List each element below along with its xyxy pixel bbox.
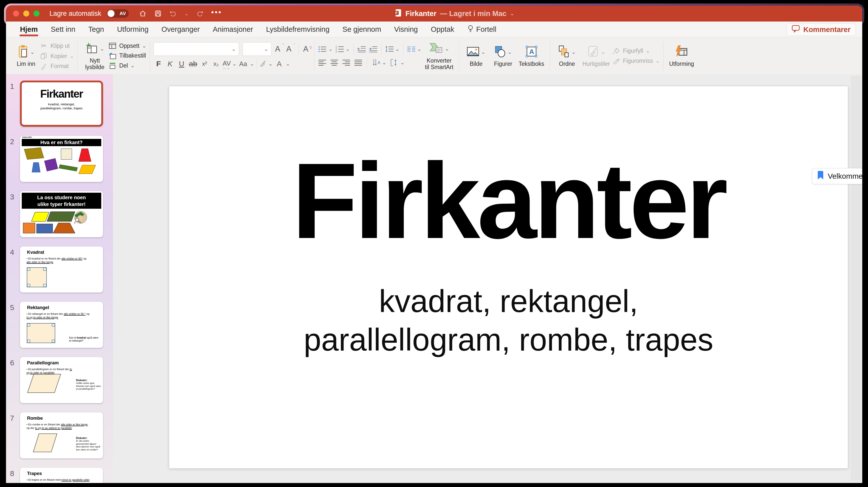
arrange-button[interactable]: ⌄ Ordne	[554, 44, 581, 68]
new-slide-chevron-icon[interactable]: ⌄	[100, 46, 104, 52]
align-right-button[interactable]	[342, 59, 350, 66]
autosave-toggle[interactable]: AV	[107, 9, 129, 18]
align-left-button[interactable]	[318, 59, 327, 66]
shapes-chevron-icon[interactable]: ⌄	[507, 50, 512, 55]
align-center-button[interactable]	[330, 59, 339, 66]
bullets-button[interactable]: ⌄	[318, 45, 333, 53]
undo-chevron-icon[interactable]: ⌄	[184, 11, 189, 16]
text-highlight-button[interactable]	[259, 60, 267, 68]
shape-outline-button[interactable]: Figuromriss ⌄	[612, 57, 660, 64]
slide-thumbnail-8[interactable]: Trapes• Et trapes er en firkant med mins…	[20, 468, 103, 483]
tab-se-gjennom[interactable]: Se gjennom	[336, 22, 388, 37]
welcome-bookmark-card[interactable]: Velkommen	[812, 168, 862, 184]
slide-thumbnail-4[interactable]: Kvadrat• Et kvadrat er en firkant der al…	[20, 247, 103, 292]
picture-chevron-icon[interactable]: ⌄	[481, 50, 486, 55]
columns-button[interactable]: ⌄	[407, 45, 422, 53]
save-icon[interactable]	[154, 10, 162, 17]
tab-sett-inn[interactable]: Sett inn	[44, 22, 82, 37]
reset-button[interactable]: Tilbakestill	[108, 52, 146, 59]
tab-animasjoner[interactable]: Animasjoner	[206, 22, 259, 37]
slide-thumbnail-2[interactable]: DISKUTER:Hva er en firkant?	[20, 136, 103, 182]
designer-button[interactable]: Utforming	[667, 44, 696, 68]
character-spacing-chevron-icon[interactable]: ⌄	[232, 61, 237, 66]
more-toolbar-commands-icon[interactable]: •••	[211, 8, 222, 19]
tab-overganger[interactable]: Overganger	[155, 22, 206, 37]
line-spacing-button[interactable]: ⌄	[385, 45, 400, 53]
clear-formatting-button[interactable]: A◊	[303, 45, 311, 54]
format-painter-button[interactable]: Format	[39, 63, 74, 70]
tab-hjem[interactable]: Hjem	[13, 22, 44, 37]
font-color-chevron-icon[interactable]: ⌄	[286, 61, 290, 66]
thumb-discuss-label: Diskuter:	[76, 379, 101, 382]
layout-button[interactable]: Oppsett ⌄	[108, 42, 146, 49]
fullscreen-window-button[interactable]	[33, 10, 39, 17]
new-slide-button[interactable]: ⌄ Nytt lysbilde	[81, 40, 108, 71]
current-slide[interactable]: Firkanter kvadrat, rektangel, parallello…	[169, 86, 848, 468]
font-color-button[interactable]: A	[274, 60, 284, 68]
slide-thumbnail-7[interactable]: Rombe• En rombe er en firkant der alle s…	[20, 412, 103, 458]
document-title[interactable]: P Firkanter — Lagret i min Mac ⌄	[394, 9, 515, 18]
font-name-select[interactable]: ⌄	[154, 42, 239, 56]
shape-fill-button[interactable]: Figurfyll ⌄	[612, 47, 660, 54]
copy-button[interactable]: Kopier ⌄	[39, 53, 74, 60]
tab-visning[interactable]: Visning	[388, 22, 425, 37]
close-window-button[interactable]	[13, 10, 19, 17]
text-highlight-chevron-icon[interactable]: ⌄	[268, 61, 273, 66]
vertical-scrollbar[interactable]	[851, 76, 861, 481]
tab-opptak[interactable]: Opptak	[424, 22, 461, 37]
comments-button[interactable]: Kommentarer	[786, 23, 856, 36]
italic-button[interactable]: K	[165, 60, 175, 68]
increase-font-size-button[interactable]: Aˆ	[275, 45, 283, 54]
numbering-button[interactable]: 123⌄	[335, 45, 350, 53]
convert-to-smartart-button[interactable]: ⌄ Konverter til SmartArt	[423, 40, 456, 71]
slide-subtitle-text[interactable]: kvadrat, rektangel, parallellogram, romb…	[169, 282, 848, 359]
copy-chevron-icon[interactable]: ⌄	[69, 54, 74, 59]
justify-button[interactable]	[354, 59, 363, 66]
underline-button[interactable]: U	[177, 60, 186, 68]
tab-fortell[interactable]: Fortell	[461, 22, 503, 37]
section-chevron-icon[interactable]: ⌄	[130, 63, 135, 68]
change-case-button[interactable]: Aa	[238, 60, 248, 68]
decrease-indent-button[interactable]	[357, 45, 366, 53]
title-chevron-icon[interactable]: ⌄	[510, 11, 515, 16]
paste-button[interactable]: ⌄ Lim inn	[12, 44, 39, 68]
strikethrough-button[interactable]: ab	[188, 60, 198, 68]
superscript-button[interactable]: x²	[199, 60, 210, 67]
tab-utforming[interactable]: Utforming	[111, 22, 155, 37]
undo-icon[interactable]	[169, 10, 177, 17]
shapes-button[interactable]: ⌄ Figurer	[490, 44, 517, 68]
shapes-label: Figurer	[494, 61, 512, 67]
decrease-font-size-button[interactable]: Aˇ	[286, 45, 294, 54]
tab-lysbildefremvisning[interactable]: Lysbildefremvisning	[259, 22, 336, 37]
minimize-window-button[interactable]	[23, 10, 29, 17]
character-spacing-button[interactable]: AV←→	[222, 60, 231, 68]
cut-button[interactable]: ✂ Klipp ut	[39, 42, 74, 50]
bold-button[interactable]: F	[154, 60, 163, 68]
textbox-button[interactable]: A Tekstboks	[517, 44, 546, 68]
shape-outline-chevron-icon[interactable]: ⌄	[655, 58, 660, 63]
text-segment: Kan et	[69, 336, 77, 339]
change-case-chevron-icon[interactable]: ⌄	[250, 61, 254, 66]
quick-styles-button[interactable]: ⌄ Hurtigstiler	[581, 44, 612, 68]
paste-chevron-icon[interactable]: ⌄	[30, 50, 35, 55]
section-button[interactable]: Del ⌄	[108, 62, 146, 69]
increase-indent-button[interactable]	[369, 45, 378, 53]
text-direction-button[interactable]: A⌄	[372, 59, 386, 66]
slide-title-text[interactable]: Firkanter	[169, 144, 848, 258]
picture-button[interactable]: ⌄ Bilde	[463, 44, 490, 68]
slide-thumbnail-5[interactable]: Rektangel• Et rektangel er en firkant de…	[20, 302, 103, 348]
layout-chevron-icon[interactable]: ⌄	[142, 43, 147, 49]
slide-thumbnail-3[interactable]: ?La oss studere noenulike typer firkante…	[20, 191, 103, 237]
arrange-chevron-icon[interactable]: ⌄	[571, 50, 576, 55]
quick-styles-chevron-icon[interactable]: ⌄	[601, 50, 605, 55]
subscript-button[interactable]: x₂	[211, 60, 221, 67]
home-icon[interactable]	[139, 9, 147, 18]
redo-icon[interactable]	[196, 10, 204, 17]
shape-fill-chevron-icon[interactable]: ⌄	[646, 48, 650, 54]
slide-thumbnail-6[interactable]: Parallellogram• Et parallellogram er en …	[20, 357, 103, 403]
font-size-select[interactable]: ⌄	[243, 42, 272, 56]
slide-thumbnail-1[interactable]: Firkanterkvadrat, rektangel,parallellogr…	[20, 81, 103, 126]
tab-tegn[interactable]: Tegn	[82, 22, 111, 37]
smartart-chevron-icon[interactable]: ⌄	[445, 46, 449, 52]
vertical-align-button[interactable]: ⌄	[390, 59, 405, 66]
